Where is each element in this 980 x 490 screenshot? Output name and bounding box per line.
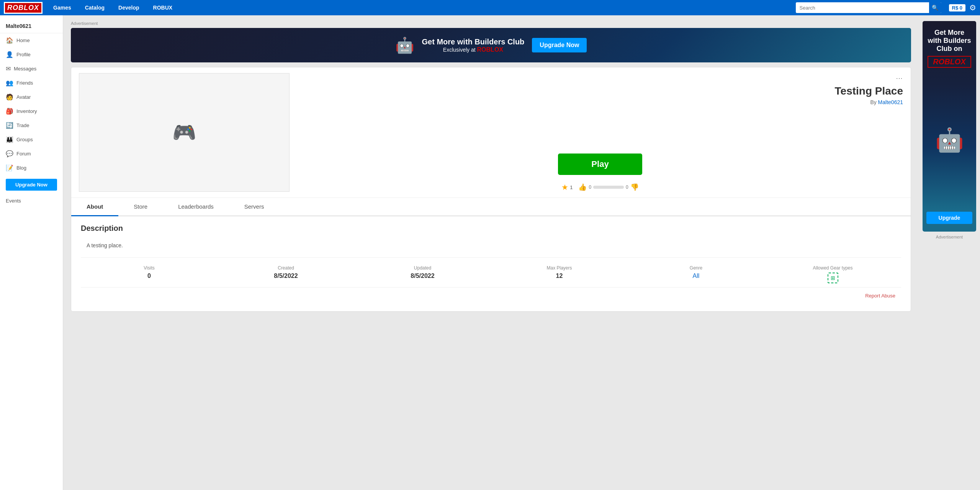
game-author-link[interactable]: Malte0621 <box>878 99 903 105</box>
ad-subtext: Exclusively at ROBLOX <box>422 46 525 53</box>
sidebar-item-profile[interactable]: 👤 Profile <box>0 47 63 62</box>
upgrade-now-sidebar-button[interactable]: Upgrade Now <box>6 179 57 191</box>
stat-created: Created 8/5/2022 <box>218 265 354 283</box>
blog-icon: 📝 <box>6 164 13 172</box>
sidebar-item-label: Blog <box>16 165 26 171</box>
thumbs-rating: 👍 0 0 👎 <box>578 183 638 191</box>
sidebar-item-forum[interactable]: 💬 Forum <box>0 147 63 161</box>
sidebar-item-label: Trade <box>16 122 29 128</box>
thumbs-up-count: 0 <box>589 185 591 190</box>
page-layout: Malte0621 🏠 Home 👤 Profile ✉ Messages 👥 … <box>0 15 980 490</box>
stat-max-players: Max Players 12 <box>491 265 628 283</box>
right-ad-line2: with Builders <box>928 37 971 45</box>
stat-max-players-label: Max Players <box>491 265 628 271</box>
sidebar-item-label: Groups <box>16 137 33 142</box>
tab-about[interactable]: About <box>71 198 118 216</box>
trade-icon: 🔄 <box>6 122 13 129</box>
ad-upgrade-now-button[interactable]: Upgrade Now <box>532 38 587 52</box>
description-text: A testing place. <box>81 238 901 258</box>
report-row: Report Abuse <box>81 287 901 304</box>
stat-visits-value: 0 <box>81 273 218 279</box>
ad-brand: ROBLOX <box>477 46 503 53</box>
game-by: By Malte0621 <box>297 99 903 105</box>
main-content: Advertisement 🤖 Get More with Builders C… <box>63 15 919 490</box>
sidebar-item-label: Forum <box>16 151 31 157</box>
ad-text: Get More with Builders Club Exclusively … <box>422 38 525 53</box>
stat-gear: Allowed Gear types ⊞ <box>764 265 901 283</box>
sidebar-item-messages[interactable]: ✉ Messages <box>0 62 63 76</box>
sidebar-username: Malte0621 <box>0 19 63 33</box>
stat-genre-link[interactable]: All <box>693 273 700 279</box>
sidebar-item-label: Inventory <box>16 108 37 114</box>
more-options-button[interactable]: ··· <box>896 75 903 81</box>
sidebar-item-friends[interactable]: 👥 Friends <box>0 76 63 90</box>
stat-updated-label: Updated <box>354 265 491 271</box>
sidebar-item-avatar[interactable]: 🧑 Avatar <box>0 90 63 104</box>
thumbnail-placeholder-icon: 🎮 <box>172 121 196 144</box>
sidebar-item-home[interactable]: 🏠 Home <box>0 33 63 47</box>
sidebar-item-trade[interactable]: 🔄 Trade <box>0 118 63 132</box>
game-play-section: Play ★ 1 👍 0 0 👎 <box>297 154 903 192</box>
nav-catalog[interactable]: Catalog <box>78 0 111 15</box>
home-icon: 🏠 <box>6 37 13 44</box>
stats-row: Visits 0 Created 8/5/2022 Updated 8/5/20… <box>81 258 901 287</box>
stat-updated: Updated 8/5/2022 <box>354 265 491 283</box>
logo-area[interactable]: ROBLOX <box>4 2 43 14</box>
game-thumbnail: 🎮 <box>79 73 290 192</box>
right-ad-sidebar: Get More with Builders Club on ROBLOX 🤖 … <box>919 15 980 490</box>
sidebar-item-label: Profile <box>16 52 31 57</box>
tab-leaderboards[interactable]: Leaderboards <box>163 198 229 216</box>
thumbs-down-button[interactable]: 👎 <box>630 183 639 191</box>
game-info: ··· Testing Place By Malte0621 Play ★ 1 <box>297 73 903 192</box>
profile-icon: 👤 <box>6 51 13 58</box>
top-navigation: ROBLOX Games Catalog Develop ROBUX 🔍 R$ … <box>0 0 980 15</box>
sidebar: Malte0621 🏠 Home 👤 Profile ✉ Messages 👥 … <box>0 15 63 490</box>
nav-games[interactable]: Games <box>46 0 78 15</box>
sidebar-item-label: Avatar <box>16 94 31 100</box>
nav-robux[interactable]: ROBUX <box>146 0 180 15</box>
sidebar-item-label: Home <box>16 38 30 43</box>
top-ad-banner: 🤖 Get More with Builders Club Exclusivel… <box>71 28 911 62</box>
stat-genre: Genre All <box>628 265 764 283</box>
tab-servers[interactable]: Servers <box>229 198 280 216</box>
sidebar-item-groups[interactable]: 👪 Groups <box>0 132 63 147</box>
search-bar: 🔍 <box>796 2 941 13</box>
nav-develop[interactable]: Develop <box>111 0 146 15</box>
star-count: 1 <box>570 185 573 190</box>
stat-visits-label: Visits <box>81 265 218 271</box>
game-card-top: 🎮 ··· Testing Place By Malte0621 Play ★ <box>71 67 911 198</box>
sidebar-item-label: Messages <box>14 66 36 72</box>
game-card: 🎮 ··· Testing Place By Malte0621 Play ★ <box>71 67 911 312</box>
right-ad-upgrade-button[interactable]: Upgrade <box>926 212 972 224</box>
stat-max-players-value: 12 <box>491 273 628 279</box>
stat-genre-label: Genre <box>628 265 764 271</box>
report-abuse-link[interactable]: Report Abuse <box>865 293 895 299</box>
rating-row: ★ 1 👍 0 0 👎 <box>558 183 642 192</box>
gear-icon: ⊞ <box>828 273 838 283</box>
sidebar-item-inventory[interactable]: 🎒 Inventory <box>0 104 63 118</box>
tab-store[interactable]: Store <box>118 198 163 216</box>
rating-bar <box>593 186 624 189</box>
search-input[interactable] <box>796 5 929 11</box>
play-button[interactable]: Play <box>558 154 642 175</box>
groups-icon: 👪 <box>6 136 13 143</box>
sidebar-item-blog[interactable]: 📝 Blog <box>0 161 63 175</box>
right-ad-label: Advertisement <box>923 235 976 239</box>
sidebar-item-events[interactable]: Events <box>0 194 63 207</box>
right-ad-line1: Get More <box>928 29 971 37</box>
thumbs-up-button[interactable]: 👍 <box>578 183 587 191</box>
messages-icon: ✉ <box>6 65 11 72</box>
stat-gear-label: Allowed Gear types <box>764 265 901 271</box>
right-ad-robot-icon: 🤖 <box>935 126 964 154</box>
forum-icon: 💬 <box>6 150 13 157</box>
roblox-logo[interactable]: ROBLOX <box>4 2 43 14</box>
search-button[interactable]: 🔍 <box>929 2 941 13</box>
robux-balance: R$ 0 <box>949 4 965 11</box>
sidebar-item-label: Friends <box>16 80 33 86</box>
inventory-icon: 🎒 <box>6 108 13 115</box>
right-ad-line3: Club on <box>928 45 971 53</box>
stat-updated-value: 8/5/2022 <box>354 273 491 279</box>
settings-icon[interactable]: ⚙ <box>969 3 976 12</box>
game-title: Testing Place <box>297 85 903 97</box>
nav-right-actions: R$ 0 ⚙ <box>949 3 976 12</box>
